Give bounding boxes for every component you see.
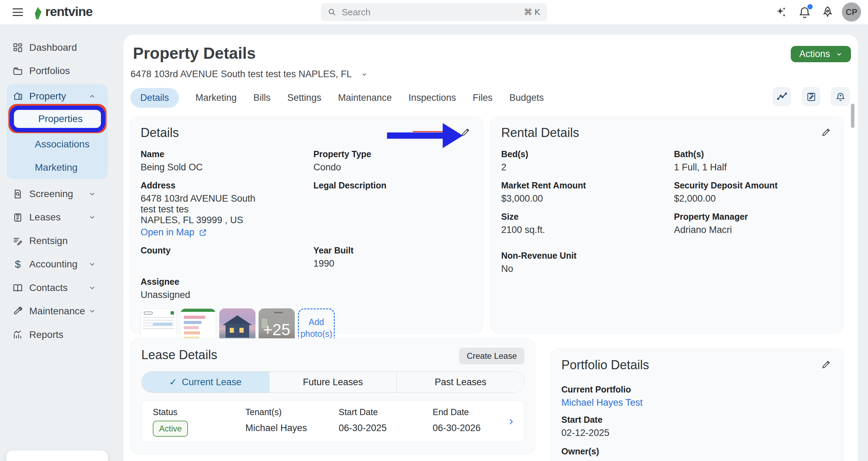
annotation-blue-box: Properties xyxy=(10,106,105,132)
sidebar-item-label: Contacts xyxy=(29,282,68,293)
page-title: Property Details xyxy=(133,44,256,63)
sidebar-item-label: Dashboard xyxy=(29,42,77,53)
segment-future-leases[interactable]: Future Leases xyxy=(269,372,397,393)
details-card-title: Details xyxy=(141,126,472,140)
status-badge: Active xyxy=(153,421,188,437)
tab-settings[interactable]: Settings xyxy=(287,88,322,108)
chevron-down-icon xyxy=(88,307,96,315)
rocket-icon[interactable] xyxy=(821,6,834,19)
edit-pencil-icon[interactable] xyxy=(821,359,831,370)
trend-chart-button[interactable] xyxy=(773,87,791,106)
subscribe-alert-button[interactable] xyxy=(831,87,850,106)
chevron-down-icon[interactable] xyxy=(361,71,368,78)
tab-files[interactable]: Files xyxy=(473,88,492,108)
brand-name: rentvine xyxy=(45,5,93,19)
edit-pencil-icon[interactable] xyxy=(821,127,831,137)
global-search-input[interactable]: Search ⌘ K xyxy=(321,3,547,21)
open-in-map-link[interactable]: Open in Map xyxy=(141,227,300,238)
non-revenue-value: No xyxy=(501,264,660,274)
address-label: Address xyxy=(141,180,300,191)
tab-inspections[interactable]: Inspections xyxy=(409,88,456,108)
hamburger-menu-icon[interactable] xyxy=(13,8,23,16)
top-navbar: rentvine Search ⌘ K CP xyxy=(0,0,868,24)
search-placeholder: Search xyxy=(342,7,524,18)
annotation-red-line xyxy=(413,131,443,132)
trend-line-icon xyxy=(777,91,787,102)
year-built-value: 1990 xyxy=(314,258,473,269)
sidebar-item-property[interactable]: Property xyxy=(0,88,109,105)
sidebar-item-leases[interactable]: Leases xyxy=(0,209,109,226)
sidebar-item-reports[interactable]: Reports xyxy=(0,326,109,343)
owners-label: Owner(s) xyxy=(561,446,833,456)
inspection-note-button[interactable] xyxy=(802,87,820,106)
vertical-scrollbar[interactable] xyxy=(851,104,854,128)
sidebar-item-maintenance[interactable]: Maintenance xyxy=(0,302,109,320)
sidebar-item-label: Portfolios xyxy=(29,65,70,76)
sidebar-item-accounting[interactable]: $ Accounting xyxy=(0,256,109,273)
search-icon xyxy=(328,8,336,16)
sidebar-item-label: Accounting xyxy=(29,259,78,270)
tab-details[interactable]: Details xyxy=(131,88,179,108)
sidebar-item-label: Leases xyxy=(29,212,61,223)
lease-segmented-control: ✓ Current Lease Future Leases Past Lease… xyxy=(141,371,524,393)
chevron-up-icon xyxy=(88,92,96,100)
lease-details-card: Lease Details Create Lease ✓ Current Lea… xyxy=(131,338,535,455)
baths-value: 1 Full, 1 Half xyxy=(674,162,833,173)
avatar-initials: CP xyxy=(846,7,857,17)
sidebar-item-associations[interactable]: Associations xyxy=(35,139,89,150)
add-photos-label: Add xyxy=(309,316,324,328)
start-date-value: 06-30-2025 xyxy=(339,423,433,434)
current-portfolio-link[interactable]: Michael Hayes Test xyxy=(561,397,833,408)
address-line: 6478 103rd AVENUE South xyxy=(141,193,300,204)
tab-budgets[interactable]: Budgets xyxy=(509,88,544,108)
segment-past-leases[interactable]: Past Leases xyxy=(397,372,524,393)
lease-row[interactable]: Status Active Tenant(s) Michael Hayes St… xyxy=(141,401,524,442)
avatar[interactable]: CP xyxy=(842,2,861,22)
security-deposit-value: $2,000.00 xyxy=(674,193,833,204)
notifications-bell-icon[interactable] xyxy=(798,6,811,19)
property-type-label: Property Type xyxy=(314,149,473,159)
market-rent-value: $3,000.00 xyxy=(501,193,660,204)
segment-label: Current Lease xyxy=(182,377,242,388)
chevron-down-icon xyxy=(88,260,96,268)
sidebar-item-label: Rentsign xyxy=(29,235,68,246)
tab-maintenance[interactable]: Maintenance xyxy=(338,88,392,108)
edit-pencil-icon[interactable] xyxy=(460,127,471,137)
actions-button-label: Actions xyxy=(799,49,830,59)
brand-logo[interactable]: rentvine xyxy=(31,4,93,20)
main-content: Property Details 6478 103rd AVENUE South… xyxy=(124,35,858,461)
create-lease-button[interactable]: Create Lease xyxy=(459,348,524,364)
sidebar-item-rentsign[interactable]: Rentsign xyxy=(0,232,109,250)
start-date-column-header: Start Date xyxy=(339,407,433,417)
actions-button[interactable]: Actions xyxy=(791,46,851,62)
sidebar-item-contacts[interactable]: Contacts xyxy=(0,279,109,297)
tab-bills[interactable]: Bills xyxy=(253,88,271,108)
signature-pen-icon xyxy=(13,236,23,246)
non-revenue-label: Non-Revenue Unit xyxy=(501,250,660,261)
chevron-down-icon xyxy=(88,190,96,198)
year-built-label: Year Built xyxy=(314,245,473,256)
beds-label: Bed(s) xyxy=(501,149,660,159)
assignee-value: Unassigned xyxy=(141,290,300,300)
search-shortcut: ⌘ K xyxy=(524,7,540,17)
tab-marketing[interactable]: Marketing xyxy=(196,88,237,108)
sparkles-icon[interactable] xyxy=(775,6,788,19)
sidebar-item-properties[interactable]: Properties xyxy=(38,113,83,124)
chevron-down-icon xyxy=(88,213,96,221)
document-search-icon xyxy=(13,189,23,199)
sidebar-item-portfolios[interactable]: Portfolios xyxy=(0,62,109,80)
sidebar-item-label: Screening xyxy=(29,188,73,200)
sidebar-item-marketing[interactable]: Marketing xyxy=(35,162,78,173)
book-open-icon xyxy=(13,283,23,293)
sidebar-item-label: Property xyxy=(29,91,66,102)
sidebar-item-screening[interactable]: Screening xyxy=(0,185,109,203)
chevron-right-icon[interactable] xyxy=(507,418,515,426)
external-link-icon xyxy=(199,228,207,237)
security-deposit-label: Security Deposit Amount xyxy=(674,180,833,191)
segment-current-lease[interactable]: ✓ Current Lease xyxy=(142,372,269,393)
portfolio-start-date-label: Start Date xyxy=(561,414,833,425)
sidebar-item-dashboard[interactable]: Dashboard xyxy=(0,39,109,56)
check-icon: ✓ xyxy=(169,377,177,388)
current-portfolio-label: Current Portfolio xyxy=(561,384,833,395)
notification-badge-dot xyxy=(807,4,813,9)
